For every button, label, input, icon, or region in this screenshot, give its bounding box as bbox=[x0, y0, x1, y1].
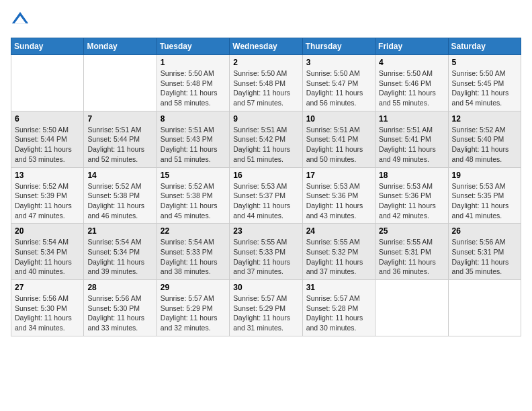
calendar-cell bbox=[448, 280, 521, 336]
calendar-cell: 7Sunrise: 5:51 AM Sunset: 5:44 PM Daylig… bbox=[84, 111, 157, 167]
calendar-cell: 1Sunrise: 5:50 AM Sunset: 5:48 PM Daylig… bbox=[157, 55, 229, 111]
cell-content: Sunrise: 5:50 AM Sunset: 5:48 PM Dayligh… bbox=[161, 68, 226, 108]
cell-content: Sunrise: 5:54 AM Sunset: 5:34 PM Dayligh… bbox=[87, 237, 152, 277]
day-number: 8 bbox=[161, 114, 226, 124]
cell-content: Sunrise: 5:50 AM Sunset: 5:45 PM Dayligh… bbox=[452, 68, 517, 108]
day-number: 13 bbox=[15, 171, 80, 180]
day-number: 24 bbox=[306, 226, 371, 236]
calendar-cell: 3Sunrise: 5:50 AM Sunset: 5:47 PM Daylig… bbox=[302, 55, 375, 111]
calendar-cell: 15Sunrise: 5:52 AM Sunset: 5:38 PM Dayli… bbox=[157, 167, 229, 224]
cell-content: Sunrise: 5:55 AM Sunset: 5:32 PM Dayligh… bbox=[306, 237, 371, 277]
calendar-cell: 18Sunrise: 5:53 AM Sunset: 5:36 PM Dayli… bbox=[375, 167, 448, 224]
day-number: 9 bbox=[233, 114, 298, 124]
cell-content: Sunrise: 5:53 AM Sunset: 5:35 PM Dayligh… bbox=[452, 181, 517, 221]
day-number: 5 bbox=[452, 58, 517, 67]
weekday-header-monday: Monday bbox=[84, 38, 157, 55]
cell-content: Sunrise: 5:54 AM Sunset: 5:34 PM Dayligh… bbox=[15, 237, 80, 277]
calendar-cell: 22Sunrise: 5:54 AM Sunset: 5:33 PM Dayli… bbox=[157, 224, 229, 280]
weekday-header-row: SundayMondayTuesdayWednesdayThursdayFrid… bbox=[11, 38, 521, 55]
day-number: 22 bbox=[161, 226, 226, 236]
page-header bbox=[11, 11, 521, 30]
day-number: 23 bbox=[233, 226, 298, 236]
day-number: 31 bbox=[306, 283, 371, 292]
calendar-cell: 6Sunrise: 5:50 AM Sunset: 5:44 PM Daylig… bbox=[11, 111, 84, 167]
calendar-cell: 9Sunrise: 5:51 AM Sunset: 5:42 PM Daylig… bbox=[230, 111, 302, 167]
calendar-cell: 14Sunrise: 5:52 AM Sunset: 5:38 PM Dayli… bbox=[84, 167, 157, 224]
calendar-cell: 4Sunrise: 5:50 AM Sunset: 5:46 PM Daylig… bbox=[375, 55, 448, 111]
day-number: 1 bbox=[161, 58, 226, 67]
cell-content: Sunrise: 5:53 AM Sunset: 5:37 PM Dayligh… bbox=[233, 181, 298, 221]
calendar-header: SundayMondayTuesdayWednesdayThursdayFrid… bbox=[11, 38, 521, 55]
day-number: 7 bbox=[87, 114, 152, 124]
calendar-cell: 16Sunrise: 5:53 AM Sunset: 5:37 PM Dayli… bbox=[230, 167, 302, 224]
cell-content: Sunrise: 5:51 AM Sunset: 5:42 PM Dayligh… bbox=[233, 125, 298, 165]
day-number: 29 bbox=[161, 283, 226, 292]
cell-content: Sunrise: 5:53 AM Sunset: 5:36 PM Dayligh… bbox=[379, 181, 444, 221]
calendar-cell: 12Sunrise: 5:52 AM Sunset: 5:40 PM Dayli… bbox=[448, 111, 521, 167]
calendar-cell bbox=[84, 55, 157, 111]
cell-content: Sunrise: 5:56 AM Sunset: 5:31 PM Dayligh… bbox=[452, 237, 517, 277]
cell-content: Sunrise: 5:57 AM Sunset: 5:29 PM Dayligh… bbox=[161, 293, 226, 333]
calendar-cell bbox=[375, 280, 448, 336]
cell-content: Sunrise: 5:50 AM Sunset: 5:47 PM Dayligh… bbox=[306, 68, 371, 108]
calendar-cell: 17Sunrise: 5:53 AM Sunset: 5:36 PM Dayli… bbox=[302, 167, 375, 224]
day-number: 3 bbox=[306, 58, 371, 67]
weekday-header-wednesday: Wednesday bbox=[230, 38, 302, 55]
cell-content: Sunrise: 5:54 AM Sunset: 5:33 PM Dayligh… bbox=[161, 237, 226, 277]
day-number: 6 bbox=[15, 114, 80, 124]
cell-content: Sunrise: 5:52 AM Sunset: 5:38 PM Dayligh… bbox=[161, 181, 226, 221]
cell-content: Sunrise: 5:52 AM Sunset: 5:38 PM Dayligh… bbox=[87, 181, 152, 221]
cell-content: Sunrise: 5:50 AM Sunset: 5:48 PM Dayligh… bbox=[233, 68, 298, 108]
calendar-body: 1Sunrise: 5:50 AM Sunset: 5:48 PM Daylig… bbox=[11, 55, 521, 336]
calendar-cell: 28Sunrise: 5:56 AM Sunset: 5:30 PM Dayli… bbox=[84, 280, 157, 336]
calendar-cell bbox=[11, 55, 84, 111]
day-number: 4 bbox=[379, 58, 444, 67]
day-number: 28 bbox=[87, 283, 152, 292]
calendar-table: SundayMondayTuesdayWednesdayThursdayFrid… bbox=[11, 38, 521, 336]
cell-content: Sunrise: 5:51 AM Sunset: 5:41 PM Dayligh… bbox=[306, 125, 371, 165]
cell-content: Sunrise: 5:51 AM Sunset: 5:43 PM Dayligh… bbox=[161, 125, 226, 165]
calendar-cell: 19Sunrise: 5:53 AM Sunset: 5:35 PM Dayli… bbox=[448, 167, 521, 224]
calendar-cell: 8Sunrise: 5:51 AM Sunset: 5:43 PM Daylig… bbox=[157, 111, 229, 167]
day-number: 25 bbox=[379, 226, 444, 236]
cell-content: Sunrise: 5:56 AM Sunset: 5:30 PM Dayligh… bbox=[87, 293, 152, 333]
day-number: 11 bbox=[379, 114, 444, 124]
calendar-cell: 10Sunrise: 5:51 AM Sunset: 5:41 PM Dayli… bbox=[302, 111, 375, 167]
calendar-cell: 13Sunrise: 5:52 AM Sunset: 5:39 PM Dayli… bbox=[11, 167, 84, 224]
calendar-cell: 30Sunrise: 5:57 AM Sunset: 5:29 PM Dayli… bbox=[230, 280, 302, 336]
cell-content: Sunrise: 5:56 AM Sunset: 5:30 PM Dayligh… bbox=[15, 293, 80, 333]
day-number: 27 bbox=[15, 283, 80, 292]
day-number: 19 bbox=[452, 171, 517, 180]
day-number: 18 bbox=[379, 171, 444, 180]
cell-content: Sunrise: 5:52 AM Sunset: 5:39 PM Dayligh… bbox=[15, 181, 80, 221]
logo bbox=[11, 11, 32, 30]
calendar-cell: 26Sunrise: 5:56 AM Sunset: 5:31 PM Dayli… bbox=[448, 224, 521, 280]
day-number: 16 bbox=[233, 171, 298, 180]
calendar-cell: 11Sunrise: 5:51 AM Sunset: 5:41 PM Dayli… bbox=[375, 111, 448, 167]
day-number: 20 bbox=[15, 226, 80, 236]
weekday-header-saturday: Saturday bbox=[448, 38, 521, 55]
calendar-cell: 24Sunrise: 5:55 AM Sunset: 5:32 PM Dayli… bbox=[302, 224, 375, 280]
calendar-cell: 27Sunrise: 5:56 AM Sunset: 5:30 PM Dayli… bbox=[11, 280, 84, 336]
calendar-cell: 29Sunrise: 5:57 AM Sunset: 5:29 PM Dayli… bbox=[157, 280, 229, 336]
cell-content: Sunrise: 5:57 AM Sunset: 5:29 PM Dayligh… bbox=[233, 293, 298, 333]
logo-icon bbox=[11, 11, 30, 30]
cell-content: Sunrise: 5:53 AM Sunset: 5:36 PM Dayligh… bbox=[306, 181, 371, 221]
calendar-week-1: 1Sunrise: 5:50 AM Sunset: 5:48 PM Daylig… bbox=[11, 55, 521, 111]
day-number: 30 bbox=[233, 283, 298, 292]
weekday-header-friday: Friday bbox=[375, 38, 448, 55]
calendar-week-2: 6Sunrise: 5:50 AM Sunset: 5:44 PM Daylig… bbox=[11, 111, 521, 167]
day-number: 12 bbox=[452, 114, 517, 124]
cell-content: Sunrise: 5:57 AM Sunset: 5:28 PM Dayligh… bbox=[306, 293, 371, 333]
weekday-header-tuesday: Tuesday bbox=[157, 38, 229, 55]
day-number: 10 bbox=[306, 114, 371, 124]
day-number: 17 bbox=[306, 171, 371, 180]
day-number: 15 bbox=[161, 171, 226, 180]
calendar-cell: 5Sunrise: 5:50 AM Sunset: 5:45 PM Daylig… bbox=[448, 55, 521, 111]
calendar-week-4: 20Sunrise: 5:54 AM Sunset: 5:34 PM Dayli… bbox=[11, 224, 521, 280]
calendar-cell: 23Sunrise: 5:55 AM Sunset: 5:33 PM Dayli… bbox=[230, 224, 302, 280]
day-number: 26 bbox=[452, 226, 517, 236]
cell-content: Sunrise: 5:50 AM Sunset: 5:46 PM Dayligh… bbox=[379, 68, 444, 108]
day-number: 21 bbox=[87, 226, 152, 236]
calendar-cell: 25Sunrise: 5:55 AM Sunset: 5:31 PM Dayli… bbox=[375, 224, 448, 280]
